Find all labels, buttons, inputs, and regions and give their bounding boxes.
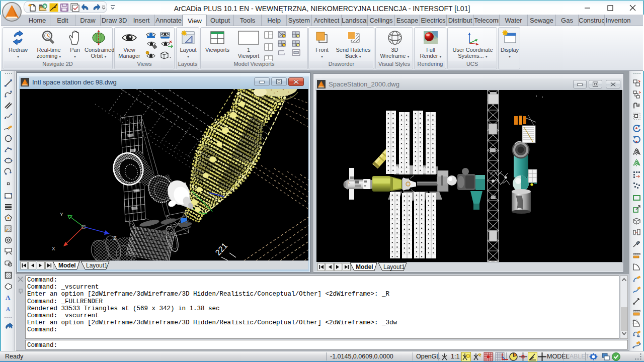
svg-text:Y: Y	[60, 212, 63, 218]
svg-text:X: X	[52, 246, 55, 252]
svg-text:Model: Model	[356, 263, 373, 270]
svg-text:Layout1: Layout1	[86, 262, 108, 269]
svg-text:A: A	[6, 294, 11, 301]
svg-text:A: A	[6, 306, 10, 312]
svg-text:L: L	[348, 181, 350, 185]
svg-text:Model: Model	[58, 262, 76, 269]
svg-text:Z: Z	[113, 235, 117, 241]
svg-text:Layout1: Layout1	[383, 263, 405, 270]
